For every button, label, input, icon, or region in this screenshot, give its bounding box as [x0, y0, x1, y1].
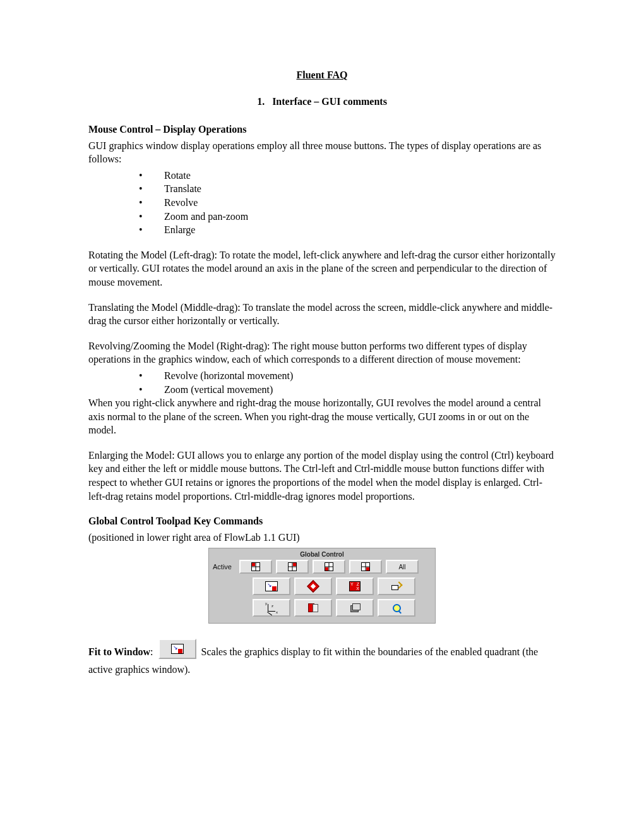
select-pivot-button[interactable] [294, 577, 332, 595]
mouse-intro: GUI graphics window display operations e… [88, 139, 556, 166]
fit-colon: : [150, 646, 155, 657]
annotate-button[interactable] [378, 577, 415, 595]
shade-model-button[interactable] [294, 599, 332, 617]
orient-model-button[interactable]: YZX [336, 577, 374, 595]
orient-model-icon: YZX [349, 581, 361, 591]
shade-icon [308, 603, 318, 612]
document-page: Fluent FAQ 1. Interface – GUI comments M… [0, 0, 644, 834]
toolpad-heading: Global Control Toolpad Key Commands [88, 516, 263, 526]
revolve-after: When you right-click anywhere and right-… [88, 396, 556, 437]
fit-to-window-icon: ↘ [265, 581, 278, 591]
translate-paragraph: Translating the Model (Middle-drag): To … [88, 301, 556, 328]
select-pivot-icon [307, 581, 319, 593]
revolve-intro: Revolving/Zooming the Model (Right-drag)… [88, 339, 556, 366]
section-heading: 1. Interface – GUI comments [88, 96, 556, 107]
fit-to-window-inline-button[interactable]: ↘ [158, 639, 196, 659]
list-item: Revolve [88, 196, 556, 210]
global-control-toolpad: Global Control Active All ↘ YZX [208, 548, 436, 624]
toolpad-title: Global Control [213, 550, 431, 560]
rotate-paragraph: Rotating the Model (Left-drag): To rotat… [88, 248, 556, 289]
enlarge-paragraph: Enlarging the Model: GUI allows you to e… [88, 449, 556, 503]
quadrant-bl-button[interactable] [313, 560, 345, 574]
fit-label: Fit to Window [88, 646, 150, 657]
toolpad-row-view: ↘ YZX [213, 577, 431, 595]
active-label: Active [213, 563, 236, 571]
annotate-icon [391, 583, 402, 590]
mouse-heading: Mouse Control – Display Operations [88, 124, 246, 135]
examine-mesh-button[interactable] [378, 599, 415, 617]
all-quadrants-button[interactable]: All [386, 560, 419, 574]
quadrant-tr-button[interactable] [276, 560, 309, 574]
quadrant-br-icon [361, 562, 370, 571]
render-icon [350, 603, 359, 612]
toolpad-note: (positioned in lower right area of FlowL… [88, 531, 556, 545]
quadrant-bl-icon [325, 562, 333, 571]
fit-to-window-paragraph: Fit to Window: ↘ Scales the graphics dis… [88, 643, 556, 677]
list-item: Rotate [88, 169, 556, 183]
toolpad-row-quadrants: Active All [213, 560, 431, 574]
all-label: All [398, 564, 405, 571]
list-item: Zoom (vertical movement) [88, 383, 556, 397]
toolpad-row-misc: yxz [213, 599, 431, 617]
section-number: 1. [257, 96, 265, 107]
quadrant-tl-icon [251, 562, 260, 571]
section-name: Interface – GUI comments [272, 96, 387, 107]
fit-to-window-icon: ↘ [171, 644, 184, 654]
page-title: Fluent FAQ [88, 70, 556, 81]
render-model-button[interactable] [336, 599, 374, 617]
operations-list: Rotate Translate Revolve Zoom and pan-zo… [88, 169, 556, 237]
list-item: Enlarge [88, 223, 556, 237]
list-item: Revolve (horizontal movement) [88, 369, 556, 383]
quadrant-tr-icon [288, 562, 297, 571]
list-item: Translate [88, 182, 556, 196]
revolve-list: Revolve (horizontal movement) Zoom (vert… [88, 369, 556, 396]
list-item: Zoom and pan-zoom [88, 210, 556, 224]
quadrant-tl-button[interactable] [239, 560, 272, 574]
fit-to-window-button[interactable]: ↘ [253, 577, 290, 595]
specify-axes-button[interactable]: yxz [253, 599, 290, 617]
axes-tripod-icon: yxz [266, 603, 277, 613]
magnifier-icon [392, 603, 401, 612]
quadrant-br-button[interactable] [349, 560, 382, 574]
